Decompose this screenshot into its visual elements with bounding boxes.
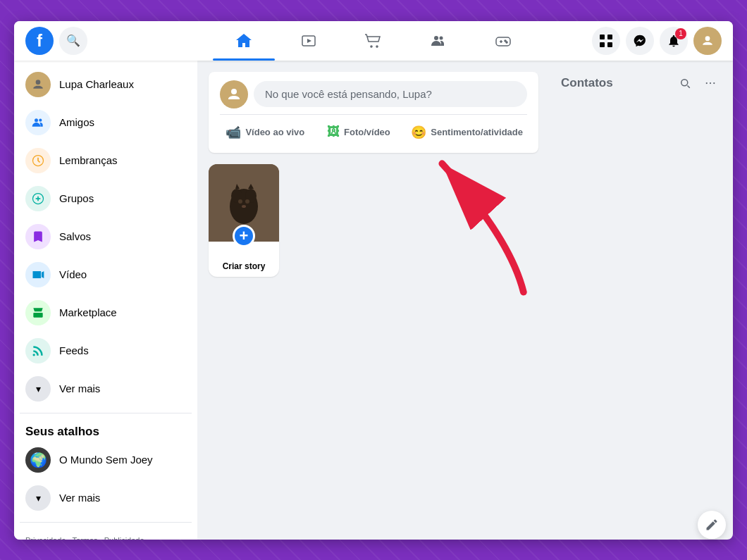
svg-rect-11	[600, 35, 605, 39]
svg-point-10	[506, 42, 507, 43]
composer-actions: 📹 Vídeo ao vivo 🖼 Foto/vídeo 😊 Sentiment…	[220, 114, 527, 144]
top-navigation: f 🔍	[14, 21, 733, 61]
svg-point-34	[242, 205, 246, 208]
groups-icon	[25, 186, 51, 211]
photo-video-button[interactable]: 🖼 Foto/vídeo	[314, 120, 405, 144]
nav-center-tabs	[195, 27, 552, 55]
contacts-more-button[interactable]	[699, 72, 722, 94]
svg-point-16	[36, 80, 41, 85]
svg-point-17	[35, 118, 38, 122]
sidebar-item-groups[interactable]: Grupos	[20, 180, 192, 217]
svg-point-37	[710, 82, 711, 83]
groups-label: Grupos	[59, 192, 94, 204]
main-layout: Lupa Charleaux Amigos Lembranças	[14, 61, 733, 540]
user-avatar	[25, 72, 51, 97]
marketplace-icon	[25, 300, 51, 325]
feeds-label: Feeds	[59, 344, 89, 356]
saved-label: Salvos	[59, 230, 91, 242]
svg-point-24	[33, 354, 35, 356]
sidebar-item-profile[interactable]: Lupa Charleaux	[20, 66, 192, 103]
contacts-header: Contatos	[555, 72, 727, 94]
stories-section: + Criar story	[209, 164, 538, 277]
ver-mais-button[interactable]: ▾ Ver mais	[20, 371, 192, 407]
contacts-actions	[674, 72, 722, 94]
svg-point-18	[39, 118, 42, 121]
center-feed: No que você está pensando, Lupa? 📹 Vídeo…	[197, 61, 550, 540]
sidebar-item-memories[interactable]: Lembranças	[20, 142, 192, 179]
facebook-logo[interactable]: f	[25, 27, 54, 55]
svg-marker-1	[307, 39, 311, 43]
photo-video-icon: 🖼	[327, 125, 340, 139]
grid-menu-button[interactable]	[592, 27, 620, 55]
video-label: Vídeo	[59, 268, 87, 280]
nav-tab-marketplace[interactable]	[342, 27, 405, 55]
svg-point-9	[505, 40, 506, 42]
contacts-search-button[interactable]	[674, 72, 696, 94]
friends-label: Amigos	[59, 116, 94, 128]
footer-divider	[20, 522, 192, 523]
svg-point-36	[706, 82, 708, 83]
composer-top: No que você está pensando, Lupa?	[220, 80, 527, 108]
right-sidebar: Contatos	[550, 61, 733, 540]
memories-label: Lembranças	[59, 154, 118, 166]
nav-tab-gaming[interactable]	[472, 27, 534, 55]
shortcut-item-mundo[interactable]: 🌍 O Mundo Sem Joey	[20, 442, 192, 478]
live-video-button[interactable]: 📹 Vídeo ao vivo	[220, 120, 311, 144]
chevron-down-icon: ▾	[25, 376, 51, 402]
svg-rect-12	[607, 35, 612, 39]
shortcuts-chevron-icon: ▾	[25, 485, 51, 511]
memories-icon	[25, 148, 51, 173]
ver-mais-label: Ver mais	[59, 382, 100, 394]
sidebar-divider	[20, 413, 192, 413]
friends-icon	[25, 110, 51, 135]
sidebar-item-marketplace[interactable]: Marketplace	[20, 294, 192, 331]
nav-right: 1	[552, 27, 722, 55]
nav-tab-groups[interactable]	[407, 27, 469, 55]
messenger-button[interactable]	[626, 27, 654, 55]
create-story-card[interactable]: + Criar story	[209, 164, 279, 277]
svg-point-25	[231, 89, 237, 94]
marketplace-label: Marketplace	[59, 306, 117, 318]
shortcuts-ver-mais-label: Ver mais	[59, 492, 100, 504]
video-icon	[25, 262, 51, 287]
svg-point-3	[376, 46, 378, 47]
sidebar-item-video[interactable]: Vídeo	[20, 256, 192, 293]
svg-point-4	[434, 36, 438, 40]
left-sidebar: Lupa Charleaux Amigos Lembranças	[14, 61, 197, 540]
feeling-icon: 😊	[411, 125, 426, 140]
search-icon: 🔍	[66, 34, 80, 47]
notifications-button[interactable]: 1	[660, 27, 688, 55]
sidebar-item-friends[interactable]: Amigos	[20, 104, 192, 141]
svg-rect-6	[496, 37, 510, 46]
svg-point-15	[705, 36, 710, 41]
composer-input[interactable]: No que você está pensando, Lupa?	[254, 81, 527, 107]
edit-fab-button[interactable]	[698, 511, 726, 539]
svg-point-33	[245, 199, 249, 204]
nav-tab-watch[interactable]	[278, 27, 340, 55]
story-add-icon: +	[233, 225, 255, 247]
svg-point-38	[713, 82, 715, 83]
account-button[interactable]	[693, 27, 722, 55]
live-video-icon: 📹	[226, 125, 241, 140]
search-button[interactable]: 🔍	[59, 27, 87, 55]
sidebar-item-saved[interactable]: Salvos	[20, 218, 192, 255]
shortcut-mundo-icon: 🌍	[25, 447, 51, 473]
sidebar-item-feeds[interactable]: Feeds	[20, 332, 192, 369]
create-story-label: Criar story	[209, 261, 279, 271]
svg-rect-14	[607, 42, 612, 47]
svg-rect-13	[600, 42, 605, 47]
svg-point-32	[238, 199, 242, 204]
svg-rect-23	[33, 313, 42, 318]
composer-avatar	[220, 80, 248, 108]
saved-icon	[25, 224, 51, 249]
feeling-button[interactable]: 😊 Sentimento/atividade	[407, 120, 527, 144]
svg-point-2	[371, 46, 372, 47]
contacts-title: Contatos	[561, 76, 613, 90]
nav-tab-home[interactable]	[213, 27, 275, 55]
user-name: Lupa Charleaux	[59, 78, 134, 90]
svg-point-5	[440, 36, 443, 39]
shortcuts-ver-mais-button[interactable]: ▾ Ver mais	[20, 480, 192, 516]
shortcut-mundo-label: O Mundo Sem Joey	[59, 454, 153, 466]
shortcuts-title: Seus atalhos	[20, 419, 192, 442]
footer-links: Privacidade · Termos · Publicidade · Esc…	[20, 528, 192, 540]
